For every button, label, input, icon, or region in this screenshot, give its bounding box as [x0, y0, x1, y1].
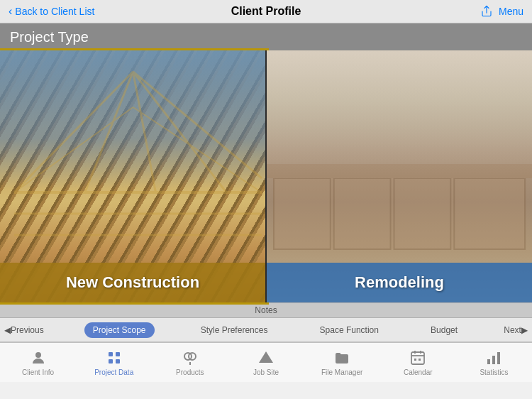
svg-rect-18	[109, 352, 113, 356]
svg-marker-25	[259, 351, 273, 363]
svg-rect-26	[411, 352, 424, 364]
project-data-icon	[105, 349, 123, 367]
previous-button[interactable]: ◀Previous	[4, 325, 44, 335]
client-info-icon	[29, 349, 48, 367]
project-type-content: New Construction Remodeling	[0, 50, 532, 302]
svg-line-2	[85, 72, 133, 192]
svg-rect-21	[116, 359, 120, 364]
svg-rect-19	[116, 352, 120, 356]
svg-line-1	[14, 72, 133, 192]
new-construction-label-area: New Construction	[0, 263, 265, 302]
tab-statistics[interactable]: Statistics	[456, 346, 532, 379]
tab-job-site[interactable]: Job Site	[228, 346, 304, 379]
top-navigation-bar: ‹ Back to Client List Client Profile Men…	[0, 0, 532, 23]
svg-rect-34	[497, 352, 500, 364]
svg-rect-20	[109, 359, 113, 364]
tab-project-data-label: Project Data	[94, 368, 133, 376]
section-title: Project Type	[10, 29, 89, 45]
workflow-navigation: ◀Previous Project Scope Style Preference…	[0, 318, 532, 342]
tab-products-label: Products	[176, 368, 204, 376]
share-button[interactable]	[480, 5, 493, 18]
new-construction-label: New Construction	[66, 273, 199, 292]
tab-project-data[interactable]: Project Data	[76, 346, 152, 379]
svg-line-5	[133, 72, 262, 178]
products-icon	[181, 349, 199, 367]
remodeling-card[interactable]: Remodeling	[267, 50, 532, 302]
svg-rect-16	[267, 164, 532, 178]
menu-button[interactable]: Menu	[499, 6, 523, 17]
share-icon	[480, 5, 493, 18]
job-site-icon	[257, 349, 275, 367]
tab-products[interactable]: Products	[152, 346, 228, 379]
tab-statistics-label: Statistics	[480, 368, 508, 376]
remodeling-label: Remodeling	[355, 273, 444, 292]
new-construction-card[interactable]: New Construction	[0, 50, 267, 302]
svg-rect-32	[487, 359, 490, 364]
tab-calendar[interactable]: Calendar	[380, 346, 456, 379]
notes-bar[interactable]: Notes	[0, 302, 532, 318]
workflow-item-space-function[interactable]: Space Function	[314, 322, 384, 338]
svg-point-17	[35, 352, 41, 358]
back-chevron-icon: ‹	[9, 5, 12, 18]
tab-client-info[interactable]: Client Info	[0, 346, 76, 379]
tab-calendar-label: Calendar	[404, 368, 433, 376]
svg-rect-31	[419, 359, 421, 361]
top-right-actions: Menu	[480, 5, 523, 18]
bottom-tab-bar: Client Info Project Data Products	[0, 342, 532, 382]
back-button-label: Back to Client List	[15, 6, 94, 17]
svg-rect-11	[274, 178, 525, 249]
statistics-icon	[484, 349, 503, 367]
tab-client-info-label: Client Info	[22, 368, 54, 376]
remodeling-label-area: Remodeling	[267, 263, 532, 302]
section-header: Project Type	[0, 23, 532, 50]
svg-rect-33	[492, 356, 495, 364]
svg-rect-30	[414, 359, 416, 361]
workflow-item-budget[interactable]: Budget	[425, 322, 463, 338]
tab-job-site-label: Job Site	[253, 368, 279, 376]
calendar-icon	[409, 349, 427, 367]
page-title: Client Profile	[231, 5, 301, 18]
notes-label: Notes	[255, 305, 277, 315]
svg-line-4	[133, 72, 226, 192]
svg-line-3	[133, 72, 155, 192]
workflow-item-project-scope[interactable]: Project Scope	[84, 322, 155, 338]
tab-file-manager-label: File Manager	[321, 368, 362, 376]
back-button[interactable]: ‹ Back to Client List	[9, 5, 94, 18]
tab-file-manager[interactable]: File Manager	[304, 346, 380, 379]
next-button[interactable]: Next▶	[504, 325, 528, 335]
file-manager-icon	[333, 349, 351, 367]
workflow-item-style-preferences[interactable]: Style Preferences	[195, 322, 274, 338]
svg-line-6	[14, 107, 133, 192]
